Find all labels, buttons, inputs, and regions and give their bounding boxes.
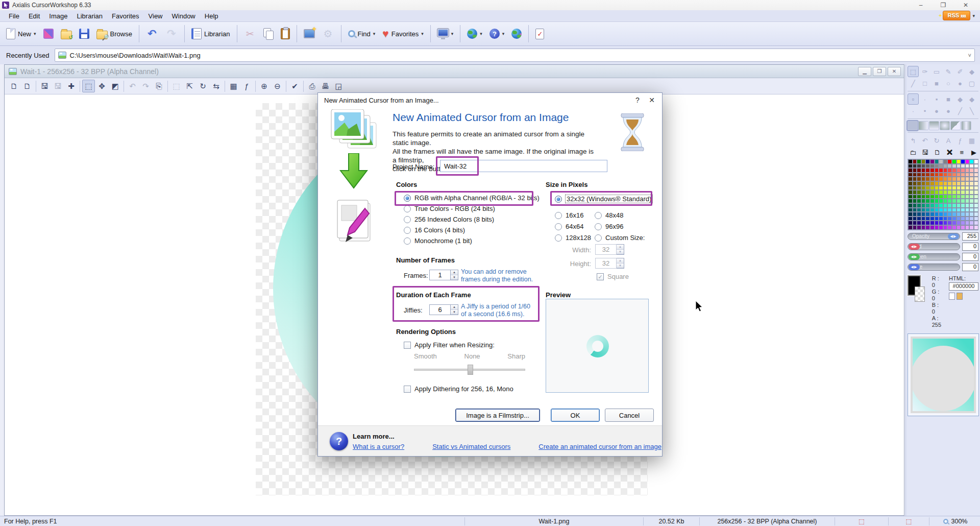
palette-color[interactable] <box>935 203 939 208</box>
palette-color[interactable] <box>921 181 926 186</box>
palette-color[interactable] <box>947 181 952 186</box>
palette-color[interactable] <box>952 195 957 199</box>
palette-color[interactable] <box>974 177 978 181</box>
palette-color[interactable] <box>957 221 961 225</box>
menu-librarian[interactable]: Librarian <box>72 11 108 21</box>
green-slider[interactable]: Green◀▶0 <box>908 253 978 261</box>
slider-thumb-icon[interactable]: ◀▶ <box>909 264 920 270</box>
palette-color[interactable] <box>921 203 926 208</box>
palette-color[interactable] <box>908 168 913 173</box>
palette-color[interactable] <box>969 217 974 221</box>
save-button[interactable] <box>76 24 92 43</box>
brush-size-3-icon[interactable]: ▪ <box>931 93 942 105</box>
palette-color[interactable] <box>952 168 957 173</box>
palette-color[interactable] <box>908 186 913 190</box>
palette-color[interactable] <box>969 186 974 190</box>
add-frame-icon[interactable]: ✚ <box>65 80 78 92</box>
palette-color[interactable] <box>957 190 961 195</box>
palette-color[interactable] <box>917 190 921 195</box>
gradient-diag-icon[interactable] <box>950 121 961 130</box>
size-option-custom-size-[interactable]: Custom Size: <box>595 234 645 242</box>
palette-color[interactable] <box>925 164 930 169</box>
palette-color[interactable] <box>925 181 930 186</box>
red-slider[interactable]: Red◀▶0 <box>908 243 978 251</box>
fill-tool-icon[interactable]: ◆ <box>966 66 977 77</box>
palette-color[interactable] <box>974 225 978 230</box>
palette-color[interactable] <box>925 159 930 164</box>
brush-size-5-icon[interactable]: ◆ <box>954 93 966 105</box>
color-option-4[interactable]: Monochrome (1 bit) <box>404 237 540 245</box>
palette-color[interactable] <box>939 164 943 169</box>
palette-color[interactable] <box>925 208 930 212</box>
color-option-3[interactable]: 16 Colors (4 bits) <box>404 226 540 234</box>
dropper-tool-icon[interactable]: ✑ <box>919 66 930 77</box>
combo-chevron-icon[interactable]: ˅ <box>968 52 971 58</box>
web-download-button[interactable]: ⇓ <box>508 24 525 43</box>
palette-color[interactable] <box>913 168 917 173</box>
palette-color[interactable] <box>935 177 939 181</box>
palette-color[interactable] <box>957 173 961 177</box>
palette-color[interactable] <box>925 199 930 203</box>
rss-button[interactable]: RSS ⅏ <box>943 11 970 20</box>
palette-color[interactable] <box>947 177 952 181</box>
palette-color[interactable] <box>974 186 978 190</box>
test-button[interactable]: ✓ <box>532 24 547 43</box>
zoom-out-icon[interactable]: ⊖ <box>271 80 284 92</box>
palette-color[interactable] <box>957 177 961 181</box>
palette-color[interactable] <box>921 173 926 177</box>
palette-color[interactable] <box>974 164 978 169</box>
zoom-in-icon[interactable]: ⊕ <box>258 80 271 92</box>
palette-color[interactable] <box>965 173 970 177</box>
size-option-128x128[interactable]: 128x128 <box>555 234 595 242</box>
size-32x32-radio[interactable]: 32x32 (Windows® Standard) <box>555 195 652 203</box>
palette-color[interactable] <box>965 168 970 173</box>
web-button[interactable]: ▾ <box>464 24 485 43</box>
palette-color[interactable] <box>935 217 939 221</box>
palette-color[interactable] <box>943 164 948 169</box>
palette-color[interactable] <box>952 190 957 195</box>
palette-color[interactable] <box>961 212 965 217</box>
palette-color[interactable] <box>939 181 943 186</box>
palette-color[interactable] <box>961 186 965 190</box>
palette-color[interactable] <box>908 164 913 169</box>
palette-color[interactable] <box>947 208 952 212</box>
palette-color[interactable] <box>913 181 917 186</box>
opacity-slider[interactable]: Opacity◀▶255 <box>908 232 978 241</box>
palette-color[interactable] <box>965 159 970 164</box>
palette-color[interactable] <box>947 203 952 208</box>
palette-open-icon[interactable]: 🗀 <box>909 148 918 157</box>
palette-color[interactable] <box>943 212 948 217</box>
palette-color[interactable] <box>917 181 921 186</box>
eraser-tool-icon[interactable]: ▭ <box>931 66 942 77</box>
palette-color[interactable] <box>969 199 974 203</box>
slider-track[interactable]: Red◀▶ <box>908 243 960 250</box>
palette-color[interactable] <box>943 203 948 208</box>
palette-color[interactable] <box>952 225 957 230</box>
palette-color[interactable] <box>913 164 917 169</box>
palette-color[interactable] <box>939 199 943 203</box>
size-option-48x48[interactable]: 48x48 <box>595 211 645 219</box>
palette-add-icon[interactable]: 🗋 <box>933 148 942 157</box>
palette-color[interactable] <box>965 195 970 199</box>
palette-color[interactable] <box>943 159 948 164</box>
palette-color[interactable] <box>913 212 917 217</box>
height-stepper[interactable]: 32 ▲▼ <box>595 258 624 269</box>
palette-color[interactable] <box>930 190 935 195</box>
palette-color[interactable] <box>925 173 930 177</box>
palette-color[interactable] <box>921 195 926 199</box>
palette-color[interactable] <box>947 164 952 169</box>
palette-color[interactable] <box>939 195 943 199</box>
palette-color[interactable] <box>908 212 913 217</box>
gradient-radial-icon[interactable] <box>940 121 950 130</box>
palette-color[interactable] <box>917 168 921 173</box>
palette-color[interactable] <box>947 173 952 177</box>
palette-color[interactable] <box>935 186 939 190</box>
help-button[interactable]: ?▾ <box>486 24 508 43</box>
brush-size-6-icon[interactable]: ◆ <box>966 93 977 105</box>
palette-color[interactable] <box>908 177 913 181</box>
palette-color[interactable] <box>947 199 952 203</box>
palette-color[interactable] <box>939 203 943 208</box>
html-color-value[interactable]: #000000 <box>949 282 978 291</box>
ok-button[interactable]: OK <box>551 409 600 422</box>
palette-color[interactable] <box>969 221 974 225</box>
